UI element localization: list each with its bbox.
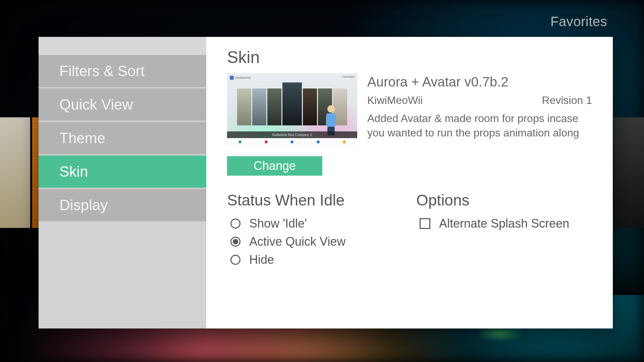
option-label: Active Quick View — [249, 235, 345, 249]
sidebar-item-quick-view[interactable]: Quick View — [39, 88, 206, 121]
radio-icon — [230, 219, 240, 229]
change-button[interactable]: Change — [227, 156, 322, 176]
skin-preview[interactable]: KiwiMeoWiiFavorites Battlefield Bad Comp… — [227, 73, 357, 145]
section-title-options: Options — [416, 191, 592, 209]
option-label: Hide — [249, 253, 274, 267]
options-column: Options Alternate Splash Screen — [416, 191, 592, 267]
skin-author: KiwiMeoWii — [367, 94, 423, 107]
sidebar-item-display[interactable]: Display — [39, 189, 206, 221]
section-title-idle: Status When Idle — [227, 191, 403, 209]
idle-option-show-idle[interactable]: Show 'Idle' — [230, 217, 403, 231]
option-label: Show 'Idle' — [249, 217, 307, 231]
option-alternate-splash[interactable]: Alternate Splash Screen — [420, 217, 592, 231]
sidebar-item-filters-sort[interactable]: Filters & Sort — [39, 55, 206, 87]
radio-icon — [230, 255, 240, 265]
sidebar-item-label: Skin — [59, 163, 88, 180]
sidebar-item-theme[interactable]: Theme — [39, 122, 206, 154]
skin-revision: Revision 1 — [542, 94, 592, 107]
sidebar-item-label: Quick View — [59, 96, 133, 113]
content: Skin KiwiMeoWiiFavorites Battlefield Bad… — [206, 37, 613, 328]
sidebar: Filters & Sort Quick View Theme Skin Dis… — [39, 37, 206, 328]
change-button-label: Change — [254, 159, 296, 173]
sidebar-item-label: Filters & Sort — [59, 63, 145, 79]
skin-description: Added Avatar & made room for props incas… — [367, 111, 592, 140]
idle-option-hide[interactable]: Hide — [230, 253, 403, 267]
skin-info: Aurora + Avatar v0.7b.2 KiwiMeoWii Revis… — [367, 73, 592, 140]
checkbox-icon — [420, 218, 430, 229]
idle-column: Status When Idle Show 'Idle' Active Quic… — [227, 191, 403, 267]
radio-icon — [230, 237, 240, 247]
favorites-label: Favorites — [550, 14, 607, 29]
skin-name: Aurora + Avatar v0.7b.2 — [367, 74, 592, 89]
sidebar-item-label: Theme — [59, 130, 105, 146]
idle-option-active-quick-view[interactable]: Active Quick View — [230, 235, 403, 249]
preview-caption: Battlefield Bad Company 2 — [227, 131, 357, 138]
section-title-skin: Skin — [227, 48, 592, 67]
sidebar-item-label: Display — [59, 197, 108, 214]
settings-panel: Filters & Sort Quick View Theme Skin Dis… — [39, 37, 613, 328]
sidebar-item-skin[interactable]: Skin — [39, 156, 206, 188]
option-label: Alternate Splash Screen — [439, 217, 569, 231]
sidebar-spacer — [39, 37, 206, 55]
skin-row: KiwiMeoWiiFavorites Battlefield Bad Comp… — [227, 73, 592, 145]
